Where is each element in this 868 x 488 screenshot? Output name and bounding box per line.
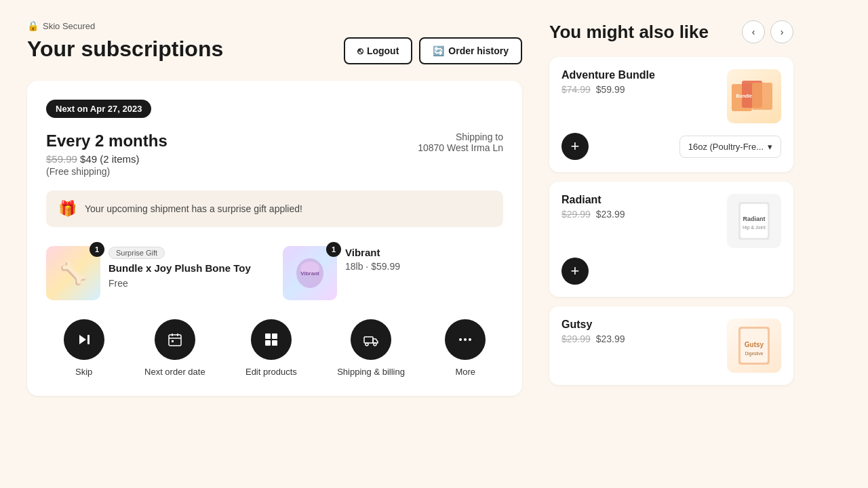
- rec-product-name: Gutsy: [561, 319, 717, 331]
- rec-product-prices: $74.99 $59.99: [561, 84, 717, 95]
- svg-text:Hip & Joint: Hip & Joint: [743, 225, 766, 230]
- order-history-icon: 🔄: [433, 45, 444, 56]
- original-price: $59.99: [46, 153, 77, 165]
- svg-text:Vibrant: Vibrant: [300, 270, 319, 277]
- product-meta-vibrant: 18lb · $59.99: [345, 261, 400, 272]
- rec-new-price: $59.99: [596, 84, 625, 95]
- svg-point-19: [469, 338, 471, 341]
- free-shipping-label: (Free shipping): [46, 166, 167, 177]
- rec-product-prices: $29.99 $23.99: [561, 209, 717, 220]
- more-label: More: [455, 367, 475, 377]
- action-buttons-row: Skip Next order date: [46, 319, 503, 377]
- rec-product-name: Adventure Bundle: [561, 69, 717, 81]
- svg-rect-13: [272, 340, 277, 346]
- svg-rect-4: [87, 335, 90, 344]
- svg-rect-14: [364, 337, 373, 343]
- gift-message: Your upcoming shipment has a surprise gi…: [85, 203, 302, 214]
- product-details-toy: Surprise Gift Bundle x Joy Plush Bone To…: [108, 246, 251, 289]
- svg-rect-12: [265, 340, 271, 346]
- quantity-badge: 1: [326, 242, 341, 257]
- shipping-to-label: Shipping to: [418, 131, 503, 142]
- svg-point-15: [366, 343, 368, 346]
- rec-new-price: $23.99: [596, 333, 625, 344]
- product-details-vibrant: Vibrant 18lb · $59.99: [345, 246, 400, 272]
- rec-product-image-radiant: Radiant Hip & Joint: [727, 194, 781, 248]
- page-title: Your subscriptions: [27, 37, 223, 62]
- grid-icon: [251, 319, 292, 360]
- more-icon: [445, 319, 486, 360]
- svg-rect-11: [272, 333, 277, 339]
- gift-banner: 🎁 Your upcoming shipment has a surprise …: [46, 190, 503, 227]
- svg-text:Radiant: Radiant: [743, 216, 765, 222]
- truck-icon: [351, 319, 391, 360]
- shipping-billing-button[interactable]: Shipping & billing: [337, 319, 405, 377]
- svg-text:Digestive: Digestive: [745, 351, 764, 357]
- list-item: 🦴 1 Surprise Gift Bundle x Joy Plush Bon…: [46, 246, 267, 300]
- gift-icon: 🎁: [58, 200, 77, 218]
- subscription-card: Next on Apr 27, 2023 Every 2 months $59.…: [27, 81, 522, 396]
- next-arrow-button[interactable]: ›: [770, 20, 793, 43]
- list-item: Vibrant 1 Vibrant 18lb · $59.99: [283, 246, 503, 300]
- skip-button[interactable]: Skip: [64, 319, 104, 377]
- next-order-date-button[interactable]: Next order date: [144, 319, 205, 377]
- rec-new-price: $23.99: [596, 209, 625, 220]
- logout-icon: ⎋: [357, 45, 363, 56]
- product-price-toy: Free: [108, 278, 251, 289]
- quantity-badge: 1: [90, 242, 104, 257]
- logout-button[interactable]: ⎋ Logout: [344, 37, 412, 64]
- edit-products-label: Edit products: [245, 367, 297, 377]
- svg-point-16: [374, 343, 376, 346]
- product-name-toy: Bundle x Joy Plush Bone Toy: [108, 262, 251, 275]
- calendar-icon: [155, 319, 195, 360]
- recommendation-card-adventure-bundle: Adventure Bundle $74.99 $59.99 Bundle: [549, 57, 793, 172]
- subscription-frequency: Every 2 months: [46, 131, 167, 150]
- prev-arrow-button[interactable]: ‹: [742, 20, 765, 43]
- svg-point-17: [459, 338, 462, 341]
- svg-point-18: [464, 338, 467, 341]
- recommendation-card-gutsy: Gutsy $29.99 $23.99 Gutsy Digestive: [549, 306, 793, 385]
- lock-icon: 🔒: [27, 20, 39, 31]
- order-history-button[interactable]: 🔄 Order history: [419, 37, 522, 64]
- rec-product-prices: $29.99 $23.99: [561, 333, 717, 344]
- recommendation-card-radiant: Radiant $29.99 $23.99 Radiant Hip & Join…: [549, 182, 793, 297]
- svg-rect-22: [752, 83, 772, 110]
- add-to-subscription-adventure[interactable]: +: [561, 133, 589, 160]
- chevron-down-icon: ▾: [768, 142, 772, 152]
- skip-label: Skip: [75, 367, 92, 377]
- shipping-billing-label: Shipping & billing: [337, 367, 405, 377]
- recommendations-title: You might also like: [549, 22, 709, 43]
- skip-icon: [64, 319, 104, 360]
- svg-text:Bundle: Bundle: [736, 94, 752, 98]
- rec-old-price: $74.99: [561, 84, 591, 95]
- skio-secured-label: 🔒 Skio Secured: [27, 20, 223, 31]
- shipping-address: 10870 West Irma Ln: [418, 142, 503, 153]
- rec-product-image-gutsy: Gutsy Digestive: [727, 319, 781, 373]
- rec-product-image-adventure: Bundle: [727, 69, 781, 123]
- rec-old-price: $29.99: [561, 209, 591, 220]
- svg-rect-5: [169, 335, 181, 346]
- items-count: (2 items): [100, 153, 139, 165]
- svg-text:Gutsy: Gutsy: [745, 341, 764, 348]
- next-order-date-label: Next order date: [144, 367, 205, 377]
- svg-rect-10: [265, 333, 271, 339]
- svg-marker-3: [79, 335, 86, 344]
- variant-label: 16oz (Poultry-Fre...: [688, 142, 764, 152]
- product-name-vibrant: Vibrant: [345, 246, 400, 260]
- rec-old-price: $29.99: [561, 333, 591, 344]
- surprise-gift-tag: Surprise Gift: [108, 247, 165, 259]
- sale-price: $49: [80, 153, 97, 165]
- subscription-pricing: $59.99 $49 (2 items): [46, 153, 167, 165]
- products-row: 🦴 1 Surprise Gift Bundle x Joy Plush Bon…: [46, 241, 503, 300]
- more-button[interactable]: More: [445, 319, 486, 377]
- svg-rect-9: [172, 340, 174, 342]
- edit-products-button[interactable]: Edit products: [245, 319, 297, 377]
- variant-dropdown-adventure[interactable]: 16oz (Poultry-Fre... ▾: [679, 136, 781, 158]
- add-to-subscription-radiant[interactable]: +: [561, 258, 589, 285]
- next-date-badge: Next on Apr 27, 2023: [46, 100, 151, 118]
- rec-product-name: Radiant: [561, 194, 717, 206]
